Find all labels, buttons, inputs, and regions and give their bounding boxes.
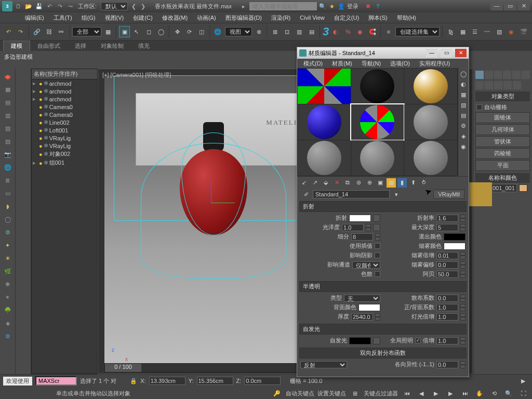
minimize-button[interactable]: — [490,2,503,10]
x-icon[interactable]: ✖ [365,3,372,10]
spinner[interactable] [460,361,466,368]
bg-icon[interactable]: ▦ [459,90,468,99]
camera-icon[interactable]: 📷 [2,149,14,160]
menu-edit[interactable]: 编辑(E) [21,13,48,23]
mtl-id-icon[interactable]: ▣ [376,178,385,188]
object-color-swatch[interactable] [519,184,527,192]
ior-input[interactable] [436,215,458,222]
gear-icon[interactable]: ⚙ [2,227,14,238]
new-icon[interactable]: 🗋 [15,3,22,10]
mat-menu-options[interactable]: 选项(O) [386,59,414,69]
move-icon[interactable]: ✥ [172,26,182,37]
align-icon[interactable]: ▦ [458,26,468,37]
spinner[interactable] [460,295,466,302]
mult-input[interactable] [436,337,458,344]
grid-icon[interactable]: ▦ [2,84,14,95]
menu-help[interactable]: 帮助(H) [393,13,420,23]
mtl-icon[interactable]: ◉ [459,142,468,151]
outliner-row[interactable]: ▸●❄archmod [32,79,97,87]
exitcolor-swatch[interactable] [444,233,466,241]
play-icon[interactable]: ▶ [430,388,442,399]
get-mat-icon[interactable]: ↙ [299,178,309,188]
viewport-label[interactable]: [+] [Camera001] [明暗处理] [102,71,171,79]
orbit-icon[interactable]: ⟲ [488,388,500,399]
workspace-select[interactable]: 默认 [101,2,128,10]
open-icon[interactable]: 📂 [25,3,32,10]
play-icon[interactable]: ▶ [517,375,529,387]
mat-titlebar[interactable]: 材质编辑器 - Standard_14 — ▭ ✕ [297,47,469,59]
cat-cam-icon[interactable] [503,81,512,89]
dome-icon[interactable]: ◗ [2,201,14,212]
map-button[interactable] [373,224,380,231]
misc-icon[interactable]: ✴ [2,291,14,303]
selfillum-swatch[interactable] [349,337,371,344]
close-button[interactable]: ✕ [517,2,530,10]
menu-render[interactable]: 渲染(R) [267,13,295,23]
mat-slot-active[interactable] [351,104,404,140]
coord-y-input[interactable] [197,377,233,385]
lasso-icon[interactable]: ◯ [156,26,166,37]
render-icon[interactable]: 🎬 [518,26,529,37]
mat-rollouts[interactable]: 折射 折射 折射率 光泽度 最大深度 细分 退出颜色 使用插值 烟雾颜色 影响阴… [297,200,469,377]
tree-icon[interactable]: 🌳 [2,304,14,316]
keyfilter-button[interactable]: 关键点过滤器 [364,390,398,397]
key-icon[interactable]: 🔑 [271,388,283,399]
bgcolor-swatch[interactable] [358,304,380,311]
menu-group[interactable]: 组(G) [77,13,100,23]
map-button[interactable] [373,215,380,222]
arrow-icon[interactable]: ↖ [131,26,142,37]
outliner-row[interactable]: ▸●❄archmod [32,87,97,95]
outliner-row[interactable]: ●❄对象002 [32,150,97,158]
save-icon[interactable]: 💾 [35,3,43,10]
mirror-icon[interactable]: ⧎ [445,26,456,37]
goto-start-icon[interactable]: ⏮ [401,388,413,399]
put-lib-icon[interactable]: ⊕ [365,178,374,188]
lightmult-input[interactable] [436,313,458,321]
cmd-create-icon[interactable] [475,71,484,79]
keymode-icon[interactable]: ⊞ [349,388,361,399]
panel-icon[interactable]: ▥ [2,110,14,121]
subdiv-input[interactable] [351,233,373,241]
mat-slot[interactable] [351,69,404,104]
backlight-icon[interactable]: ◐ [459,79,468,89]
autokey-button[interactable]: 自动关键点 [286,390,314,397]
mat-slot[interactable] [404,69,457,104]
unique-icon[interactable]: ⊚ [354,178,363,188]
rect-icon[interactable]: ▭ [2,188,14,199]
spinner[interactable] [460,261,466,269]
tab-model[interactable]: 建模 [3,41,30,51]
show-end-icon[interactable]: ▮ [397,178,407,188]
spinner[interactable] [460,215,466,222]
outliner-row[interactable]: ●❄Camera0 [32,103,97,111]
tab-select[interactable]: 选择 [68,41,94,51]
chevron-right-icon[interactable]: ❯ [139,3,147,10]
refract-color[interactable] [349,215,371,222]
rollout-selfillum[interactable]: 自发光 [299,324,467,335]
help-icon[interactable]: ? [374,3,381,10]
mat-slot[interactable] [298,104,351,140]
link-icon[interactable]: 🔗 [32,26,42,37]
spinner[interactable] [460,224,466,231]
aniso-input[interactable] [436,361,458,368]
rollout-name[interactable]: 名称和颜色 [475,173,530,183]
prev-frame-icon[interactable]: ◀ [416,388,427,399]
fb-input[interactable] [436,304,458,311]
uv-icon[interactable]: ▧ [459,100,468,110]
put-mat-icon[interactable]: ↗ [310,178,320,188]
minimize-button[interactable]: — [426,49,437,57]
map-button[interactable] [373,337,380,344]
scatter-input[interactable] [436,295,458,302]
menu-view[interactable]: 视图(V) [101,13,128,23]
login-link[interactable]: 登录 [347,3,358,10]
pctsnap-icon[interactable]: % [343,26,353,37]
plant-icon[interactable]: 🌿 [2,265,14,277]
spinner[interactable] [460,337,466,344]
spinner[interactable] [375,233,380,241]
rollout-objtype[interactable]: 对象类型 [475,91,530,101]
magnet-icon[interactable]: 🧲 [367,26,377,37]
gloss-input[interactable] [342,224,364,231]
cat-helper-icon[interactable] [513,81,521,89]
mat-menu-util[interactable]: 实用程序(U) [415,59,454,69]
pan-icon[interactable]: ✋ [474,388,485,399]
cmd-modify-icon[interactable] [485,71,493,79]
